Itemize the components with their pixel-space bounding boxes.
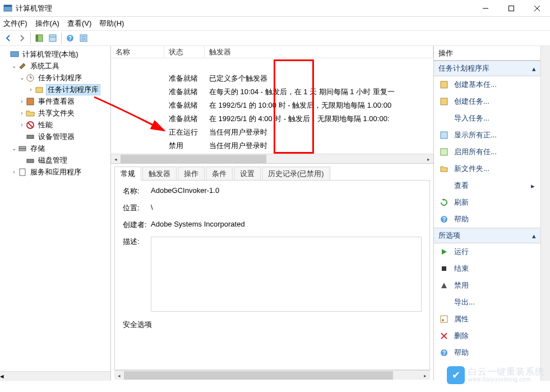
svg-rect-31 bbox=[441, 132, 447, 139]
clock-icon bbox=[26, 73, 35, 82]
svg-rect-1 bbox=[4, 5, 12, 7]
tab-content: 名称:AdobeGCInvoker-1.0 位置:\ 创建者:Adobe Sys… bbox=[114, 180, 430, 370]
tree-device-manager[interactable]: 设备管理器 bbox=[0, 131, 110, 142]
tree-disk-management[interactable]: 磁盘管理 bbox=[0, 154, 110, 166]
tab-settings[interactable]: 设置 bbox=[234, 167, 261, 181]
event-icon bbox=[26, 97, 35, 106]
svg-rect-20 bbox=[36, 87, 43, 93]
desc-label: 描述: bbox=[123, 237, 151, 247]
delete-icon bbox=[440, 331, 449, 340]
action-delete[interactable]: 删除 bbox=[434, 328, 540, 344]
svg-rect-32 bbox=[441, 149, 447, 155]
action-run[interactable]: 运行 bbox=[434, 243, 540, 260]
tree-system-tools[interactable]: ⌄ 系统工具 bbox=[0, 60, 110, 72]
actions-vertical-scrollbar[interactable] bbox=[540, 46, 550, 381]
action-export[interactable]: 导出... bbox=[434, 294, 540, 311]
action-refresh[interactable]: 刷新 bbox=[434, 194, 540, 211]
svg-rect-3 bbox=[509, 6, 514, 11]
location-label: 位置: bbox=[123, 203, 151, 213]
menu-file[interactable]: 文件(F) bbox=[3, 19, 27, 29]
disk-icon bbox=[26, 156, 35, 165]
svg-rect-27 bbox=[27, 159, 34, 163]
tree-task-scheduler[interactable]: ⌄ 任务计划程序 bbox=[0, 72, 110, 84]
svg-rect-28 bbox=[20, 169, 25, 176]
toolbar: ? bbox=[0, 30, 550, 46]
tree-shared-folders[interactable]: › 共享文件夹 bbox=[0, 107, 110, 119]
tab-triggers[interactable]: 触发器 bbox=[142, 167, 177, 181]
list-horizontal-scrollbar[interactable]: ◂ ▸ bbox=[111, 154, 433, 163]
col-state[interactable]: 状态 bbox=[164, 46, 205, 58]
table-row: ████████准备就绪已定义多个触发器 bbox=[111, 72, 433, 85]
svg-rect-30 bbox=[441, 98, 447, 105]
menu-help[interactable]: 帮助(H) bbox=[99, 19, 124, 29]
minimize-button[interactable] bbox=[473, 0, 498, 17]
tree-performance[interactable]: › 性能 bbox=[0, 119, 110, 131]
chevron-right-icon: ▸ bbox=[531, 182, 535, 190]
close-button[interactable] bbox=[524, 0, 550, 17]
action-show-all-running[interactable]: 显示所有正... bbox=[434, 127, 540, 144]
svg-text:?: ? bbox=[68, 35, 72, 41]
action-end[interactable]: 结束 bbox=[434, 260, 540, 277]
action-disable[interactable]: 禁用 bbox=[434, 277, 540, 294]
tree-horizontal-scrollbar[interactable]: ◂ ▸ bbox=[0, 371, 111, 381]
action-enable-all-history[interactable]: 启用所有任... bbox=[434, 144, 540, 160]
action-import-task[interactable]: 导入任务... bbox=[434, 110, 540, 127]
action-help-selected[interactable]: ?帮助 bbox=[434, 344, 540, 361]
watermark-icon: ✔ bbox=[447, 366, 465, 384]
folder-icon bbox=[26, 109, 35, 118]
security-label: 安全选项 bbox=[123, 320, 152, 330]
actions-group-selected[interactable]: 所选项▴ bbox=[434, 228, 540, 243]
folder-icon bbox=[440, 164, 449, 173]
col-name[interactable]: 名称 bbox=[111, 46, 164, 58]
tab-general[interactable]: 常规 bbox=[114, 167, 141, 181]
svg-rect-7 bbox=[36, 35, 38, 41]
tabs: 常规 触发器 操作 条件 设置 历史记录(已禁用) bbox=[111, 164, 433, 180]
action-new-folder[interactable]: 新文件夹... bbox=[434, 160, 540, 177]
svg-rect-29 bbox=[441, 81, 447, 88]
properties-button[interactable] bbox=[47, 32, 59, 44]
app-icon bbox=[3, 4, 12, 13]
actions-pane: 操作 任务计划程序库▴ 创建基本任... 创建任务... 导入任务... 显示所… bbox=[434, 46, 540, 381]
forward-button[interactable] bbox=[16, 32, 28, 44]
menu-action[interactable]: 操作(A) bbox=[35, 19, 59, 29]
table-row: ████████准备就绪在 1992/5/1 的 4:00 时 - 触发后，无限… bbox=[111, 112, 433, 126]
col-trigger[interactable]: 触发器 bbox=[205, 46, 433, 58]
action-properties[interactable]: 属性 bbox=[434, 311, 540, 328]
tree-services-apps[interactable]: › 服务和应用程序 bbox=[0, 166, 110, 178]
table-row: ████████准备就绪在 1992/5/1 的 10:00 时 - 触发后，无… bbox=[111, 99, 433, 112]
tab-history[interactable]: 历史记录(已禁用) bbox=[262, 167, 330, 181]
tree-root[interactable]: 计算机管理(本地) bbox=[0, 48, 110, 60]
location-value: \ bbox=[151, 203, 422, 211]
tree-task-library[interactable]: › 任务计划程序库 bbox=[0, 84, 110, 95]
show-hide-tree-button[interactable] bbox=[33, 32, 45, 44]
action-view[interactable]: 查看▸ bbox=[434, 177, 540, 194]
back-button[interactable] bbox=[2, 32, 15, 44]
services-icon bbox=[18, 168, 27, 177]
task-icon bbox=[440, 97, 449, 106]
svg-rect-16 bbox=[11, 52, 19, 57]
actions-header: 操作 bbox=[434, 46, 540, 61]
tab-conditions[interactable]: 条件 bbox=[206, 167, 233, 181]
menubar: 文件(F) 操作(A) 查看(V) 帮助(H) bbox=[0, 17, 550, 30]
table-row: ████████禁用当任何用户登录时 bbox=[111, 139, 433, 153]
help-toolbar-button[interactable]: ? bbox=[64, 32, 76, 44]
tab-actions[interactable]: 操作 bbox=[178, 167, 205, 181]
actions-group-library[interactable]: 任务计划程序库▴ bbox=[434, 61, 540, 76]
desc-box[interactable] bbox=[151, 237, 422, 312]
maximize-button[interactable] bbox=[498, 0, 524, 17]
watermark-text2: www.baiyunxitong.com bbox=[468, 377, 544, 383]
watermark: ✔ 白云一键重装系统 www.baiyunxitong.com bbox=[447, 366, 544, 384]
list-header: 名称 状态 触发器 bbox=[111, 46, 433, 58]
menu-view[interactable]: 查看(V) bbox=[67, 19, 91, 29]
tree-storage[interactable]: ⌄ 存储 bbox=[0, 142, 110, 154]
view-list-button[interactable] bbox=[77, 32, 90, 44]
action-create-task[interactable]: 创建任务... bbox=[434, 93, 540, 110]
details-horizontal-scrollbar[interactable]: ◂ ▸ bbox=[114, 370, 430, 380]
action-create-basic-task[interactable]: 创建基本任... bbox=[434, 76, 540, 93]
storage-icon bbox=[18, 144, 27, 153]
tree-event-viewer[interactable]: › 事件查看器 bbox=[0, 95, 110, 107]
check-icon bbox=[440, 147, 449, 156]
tree-pane: 计算机管理(本地) ⌄ 系统工具 ⌄ 任务计划程序 › 任务计划程序库 › 事件… bbox=[0, 46, 111, 381]
action-help[interactable]: ?帮助 bbox=[434, 211, 540, 228]
list-body[interactable]: ████████ ████████准备就绪已定义多个触发器 ████████准备… bbox=[111, 58, 433, 154]
